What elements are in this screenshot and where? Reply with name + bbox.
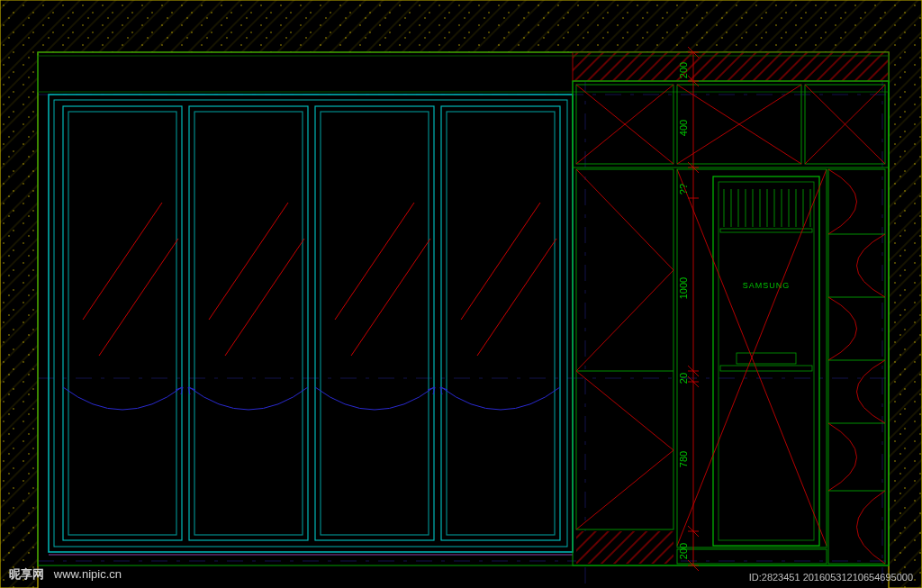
svg-rect-16 <box>0 52 38 588</box>
dim-plinth: 200 <box>678 543 689 559</box>
svg-line-33 <box>209 203 288 320</box>
svg-rect-29 <box>321 112 429 535</box>
dim-clearance: ?? <box>678 184 689 194</box>
wall-section <box>0 0 922 588</box>
svg-rect-68 <box>720 229 812 232</box>
overhead-cabinets <box>573 81 889 167</box>
cad-elevation-drawing: SAMSUNG <box>0 0 922 588</box>
svg-line-38 <box>477 239 556 356</box>
svg-line-32 <box>99 239 178 356</box>
glass-marks <box>83 203 556 356</box>
svg-line-36 <box>351 239 430 356</box>
appliance-niche: SAMSUNG <box>713 176 819 546</box>
open-shelving <box>828 169 885 564</box>
tall-narrow-cabinet <box>576 169 673 529</box>
svg-rect-25 <box>315 106 434 540</box>
cabinet-block: SAMSUNG <box>573 81 889 565</box>
svg-rect-19 <box>573 52 889 81</box>
svg-rect-21 <box>49 95 573 552</box>
svg-rect-40 <box>573 81 889 565</box>
dim-top-cabinet: 400 <box>678 120 689 136</box>
svg-rect-26 <box>441 106 560 540</box>
sliding-door-unit <box>49 95 573 555</box>
dimensions: 200 400 ?? 1000 20 780 200 <box>678 47 699 571</box>
dim-top-inset: 200 <box>678 62 689 78</box>
svg-rect-54 <box>719 182 814 540</box>
svg-rect-28 <box>194 112 303 535</box>
elevation-frame <box>38 52 889 565</box>
svg-rect-23 <box>63 106 182 540</box>
svg-rect-22 <box>54 100 567 547</box>
svg-rect-27 <box>68 112 176 535</box>
appliance-brand: SAMSUNG <box>743 281 791 290</box>
construction-grid <box>0 0 922 588</box>
door-swing-arcs <box>63 387 560 410</box>
svg-line-35 <box>335 203 414 320</box>
svg-rect-74 <box>677 549 827 564</box>
svg-rect-53 <box>713 176 819 546</box>
svg-rect-70 <box>720 366 812 371</box>
svg-rect-41 <box>573 81 889 167</box>
svg-line-31 <box>83 203 162 320</box>
ceiling-beam <box>573 52 889 81</box>
dim-upper: 1000 <box>678 277 689 299</box>
svg-line-34 <box>225 239 304 356</box>
svg-rect-51 <box>576 169 673 529</box>
svg-rect-69 <box>737 353 796 364</box>
svg-rect-30 <box>447 112 555 535</box>
dim-shelf-gap: 20 <box>678 373 689 384</box>
svg-rect-14 <box>0 0 922 52</box>
dim-lower: 780 <box>678 451 689 467</box>
svg-rect-24 <box>189 106 308 540</box>
svg-rect-18 <box>889 52 922 588</box>
niche-void <box>677 169 827 546</box>
plinth-left <box>576 531 673 564</box>
svg-line-37 <box>461 203 540 320</box>
